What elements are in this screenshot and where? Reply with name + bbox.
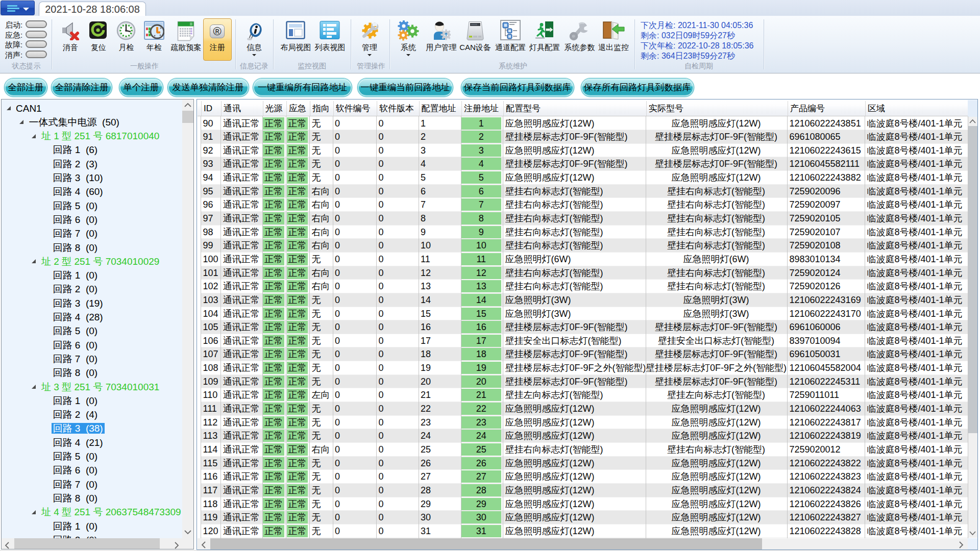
svg-text:®: ® (213, 25, 221, 38)
